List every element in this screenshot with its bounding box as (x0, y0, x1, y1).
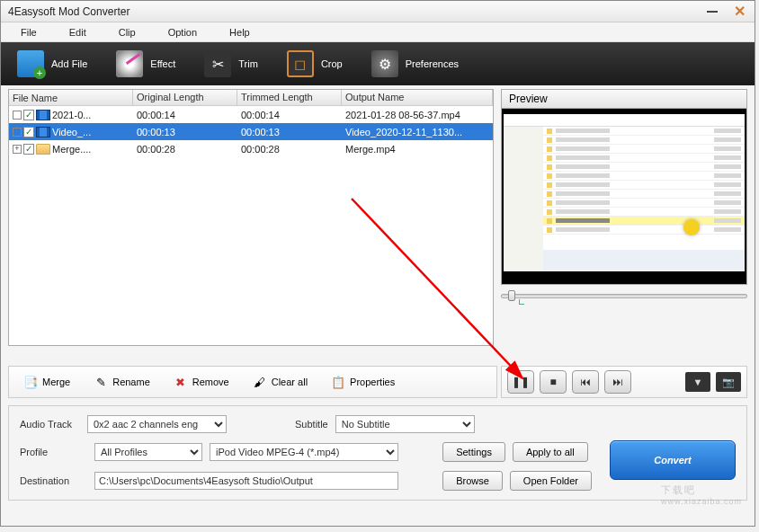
browse-button[interactable]: Browse (442, 471, 503, 491)
profile-category-select[interactable]: All Profiles (94, 443, 202, 461)
scrubber-thumb[interactable] (508, 290, 515, 301)
effect-label: Effect (150, 58, 175, 69)
menu-bar: File Edit Clip Option Help (1, 22, 755, 42)
original-length-cell: 00:00:28 (133, 143, 237, 155)
output-name-cell: Merge.mp4 (342, 143, 493, 155)
output-name-cell: Video_2020-12-11_1130... (342, 126, 493, 138)
merge-label: Merge (42, 377, 70, 387)
action-toolbar: 📑 Merge ✎ Rename ✖ Remove 🖌 Clear all 📋 … (8, 366, 497, 398)
menu-file[interactable]: File (4, 24, 53, 40)
file-list[interactable]: File Name Original Length Trimmed Length… (8, 89, 494, 346)
file-name-cell: Merge.... (52, 144, 91, 155)
properties-label: Properties (350, 377, 395, 387)
merge-button[interactable]: 📑 Merge (13, 371, 81, 393)
clear-all-label: Clear all (272, 377, 308, 387)
merge-icon: 📑 (23, 375, 38, 389)
apply-to-all-button[interactable]: Apply to all (513, 442, 588, 462)
clear-all-button[interactable]: 🖌 Clear all (242, 371, 318, 393)
original-length-cell: 00:00:13 (133, 126, 237, 138)
destination-label: Destination (20, 475, 87, 486)
menu-help[interactable]: Help (213, 24, 266, 40)
trimmed-length-cell: 00:00:14 (237, 109, 342, 121)
crop-icon: ◻ (287, 50, 314, 77)
row-checkbox[interactable]: ✓ (23, 144, 34, 155)
trimmed-length-cell: 00:00:13 (237, 126, 342, 138)
col-output-name[interactable]: Output Name (342, 90, 493, 105)
menu-option[interactable]: Option (152, 24, 213, 40)
main-toolbar: Add File Effect ✂ Trim ◻ Crop ⚙ Preferen… (1, 42, 755, 85)
stop-button[interactable]: ■ (540, 370, 567, 394)
preview-frame (504, 114, 745, 271)
col-trimmed-length[interactable]: Trimmed Length (237, 90, 342, 105)
subtitle-select[interactable]: No Subtitle (335, 415, 475, 433)
properties-icon: 📋 (331, 375, 345, 389)
destination-input[interactable] (94, 472, 398, 490)
crop-label: Crop (321, 58, 343, 69)
effect-button[interactable]: Effect (116, 50, 175, 77)
prev-button[interactable]: ⏮ (572, 370, 599, 394)
file-name-cell: Video_... (52, 127, 91, 137)
preferences-button[interactable]: ⚙ Preferences (371, 50, 459, 77)
pause-button[interactable]: ❚❚ (507, 370, 534, 394)
camera-button[interactable]: 📷 (716, 372, 741, 392)
preferences-label: Preferences (406, 58, 459, 69)
convert-button[interactable]: Convert (610, 440, 736, 480)
audio-track-label: Audio Track (20, 419, 80, 430)
trim-icon: ✂ (204, 50, 231, 77)
col-filename[interactable]: File Name (9, 90, 133, 105)
close-button[interactable]: ✕ (731, 5, 747, 18)
audio-track-select[interactable]: 0x2 aac 2 channels eng (87, 415, 227, 433)
title-bar: 4Easysoft Mod Converter ✕ (1, 1, 755, 22)
window-title: 4Easysoft Mod Converter (8, 5, 129, 18)
scrubber-marker (519, 299, 524, 305)
profile-label: Profile (20, 447, 87, 457)
film-icon (36, 127, 50, 137)
playback-toolbar: ❚❚ ■ ⏮ ⏭ ▼ 📷 (501, 366, 747, 398)
film-icon (36, 110, 50, 120)
gear-icon: ⚙ (371, 50, 398, 77)
output-name-cell: 2021-01-28 08-56-37.mp4 (342, 109, 493, 121)
original-length-cell: 00:00:14 (133, 109, 237, 121)
settings-panel: Audio Track 0x2 aac 2 channels eng Subti… (8, 405, 747, 501)
rename-label: Rename (112, 377, 150, 387)
expand-toggle[interactable] (13, 111, 22, 120)
profile-format-select[interactable]: iPod Video MPEG-4 (*.mp4) (210, 443, 398, 461)
expand-toggle[interactable] (13, 128, 22, 137)
effect-icon (116, 50, 143, 77)
open-folder-button[interactable]: Open Folder (510, 471, 592, 491)
col-original-length[interactable]: Original Length (133, 90, 237, 105)
add-file-label: Add File (51, 58, 87, 69)
table-row[interactable]: ✓2021-0...00:00:1400:00:142021-01-28 08-… (9, 106, 493, 123)
trim-button[interactable]: ✂ Trim (204, 50, 258, 77)
remove-label: Remove (192, 377, 229, 387)
crop-button[interactable]: ◻ Crop (287, 50, 343, 77)
preview-viewport[interactable] (501, 108, 747, 285)
remove-button[interactable]: ✖ Remove (163, 371, 240, 393)
folder-icon (36, 144, 50, 155)
next-button[interactable]: ⏭ (604, 370, 631, 394)
file-list-header: File Name Original Length Trimmed Length… (9, 90, 493, 106)
menu-edit[interactable]: Edit (53, 24, 103, 40)
file-name-cell: 2021-0... (52, 110, 91, 120)
row-checkbox[interactable]: ✓ (23, 110, 34, 120)
menu-clip[interactable]: Clip (103, 24, 152, 40)
rename-icon: ✎ (94, 375, 108, 389)
add-file-button[interactable]: Add File (17, 50, 87, 77)
properties-button[interactable]: 📋 Properties (320, 371, 406, 393)
add-file-icon (17, 50, 44, 77)
preview-scrubber[interactable] (501, 290, 747, 299)
settings-button[interactable]: Settings (442, 442, 505, 462)
table-row[interactable]: ✓Video_...00:00:1300:00:13Video_2020-12-… (9, 123, 493, 140)
snapshot-button[interactable]: ▼ (685, 372, 710, 392)
minimize-button[interactable] (704, 5, 720, 18)
expand-toggle[interactable]: + (13, 145, 22, 154)
table-row[interactable]: +✓Merge....00:00:2800:00:28Merge.mp4 (9, 140, 493, 157)
app-window: 4Easysoft Mod Converter ✕ File Edit Clip… (0, 0, 755, 527)
remove-icon: ✖ (174, 375, 188, 389)
rename-button[interactable]: ✎ Rename (83, 371, 161, 393)
subtitle-label: Subtitle (295, 419, 328, 430)
row-checkbox[interactable]: ✓ (23, 127, 34, 137)
trim-label: Trim (238, 58, 258, 69)
preview-label: Preview (501, 89, 747, 108)
convert-label: Convert (654, 455, 692, 466)
